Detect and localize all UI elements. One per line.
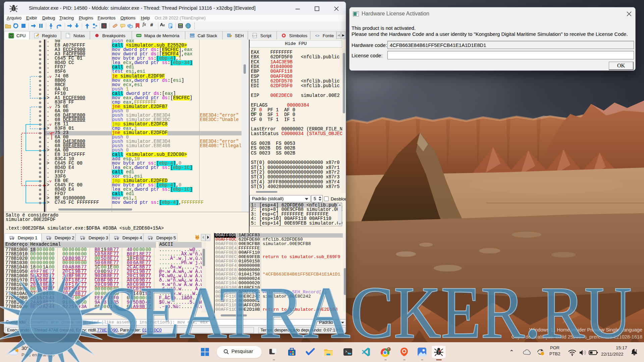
svg-text:z: z — [636, 349, 637, 352]
svg-text:</>: </> — [252, 34, 257, 37]
svg-text:<>: <> — [315, 34, 319, 38]
svg-text:32: 32 — [10, 35, 13, 37]
svg-text:S: S — [103, 23, 105, 28]
